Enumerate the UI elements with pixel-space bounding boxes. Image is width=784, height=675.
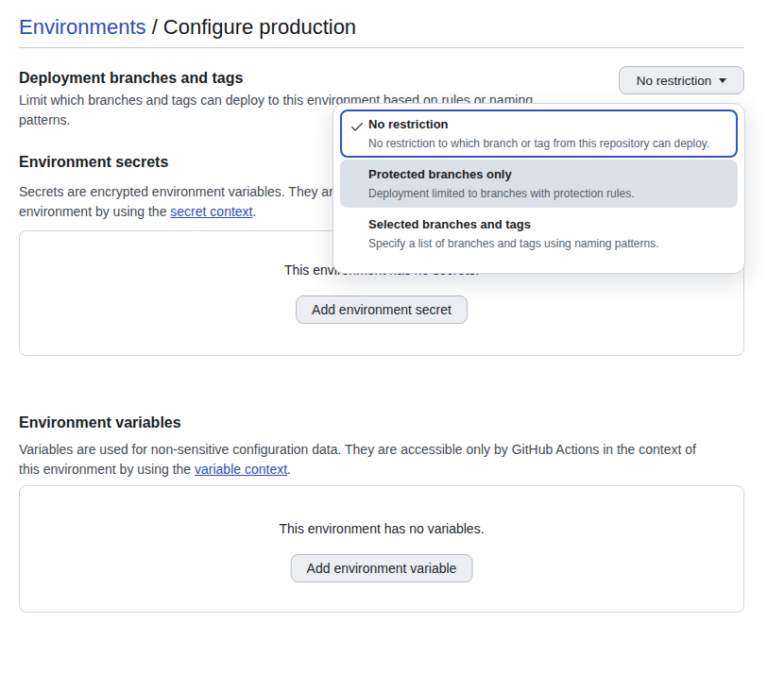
- variables-description-period: .: [287, 462, 291, 477]
- secrets-description-line2-text: environment by using the: [19, 204, 170, 219]
- variables-description-line2: this environment by using the variable c…: [19, 460, 746, 480]
- variables-empty-text: This environment has no variables.: [20, 521, 743, 536]
- variables-description-line1: Variables are used for non-sensitive con…: [19, 440, 746, 460]
- check-icon: [349, 119, 365, 134]
- menu-item-description: No restriction to which branch or tag fr…: [368, 137, 728, 150]
- breadcrumb-separator: /: [146, 15, 163, 39]
- menu-item-protected-branches[interactable]: Protected branches only Deployment limit…: [340, 160, 738, 208]
- breadcrumb-current-page: Configure production: [163, 15, 356, 39]
- add-environment-secret-button[interactable]: Add environment secret: [296, 295, 468, 324]
- variables-description-line2-text: this environment by using the: [19, 462, 195, 477]
- restriction-menu-panel: No restriction No restriction to which b…: [332, 103, 745, 274]
- variable-context-link[interactable]: variable context: [195, 462, 287, 477]
- menu-item-no-restriction[interactable]: No restriction No restriction to which b…: [340, 110, 738, 158]
- environment-variables-description: Variables are used for non-sensitive con…: [19, 440, 746, 480]
- restriction-select-button[interactable]: No restriction: [619, 66, 744, 94]
- add-environment-variable-button[interactable]: Add environment variable: [291, 554, 473, 582]
- breadcrumb-environments-link[interactable]: Environments: [19, 15, 146, 39]
- deployment-branches-heading: Deployment branches and tags: [19, 70, 243, 87]
- secret-context-link[interactable]: secret context: [170, 204, 252, 219]
- menu-item-description: Specify a list of branches and tags usin…: [368, 237, 728, 250]
- environment-config-page: Environments / Configure production Depl…: [0, 0, 784, 675]
- menu-item-title: No restriction: [368, 117, 728, 132]
- menu-item-title: Selected branches and tags: [368, 217, 728, 232]
- restriction-select-label: No restriction: [637, 74, 712, 88]
- menu-item-title: Protected branches only: [368, 167, 728, 182]
- title-divider: [19, 47, 744, 48]
- variables-empty-box: This environment has no variables. Add e…: [19, 485, 744, 613]
- menu-item-selected-branches[interactable]: Selected branches and tags Specify a lis…: [340, 210, 738, 258]
- chevron-down-icon: [719, 78, 726, 83]
- secrets-description-period: .: [252, 204, 256, 219]
- environment-secrets-heading: Environment secrets: [19, 154, 168, 171]
- menu-item-description: Deployment limited to branches with prot…: [368, 187, 728, 200]
- environment-variables-heading: Environment variables: [19, 414, 181, 431]
- page-title: Environments / Configure production: [19, 14, 356, 41]
